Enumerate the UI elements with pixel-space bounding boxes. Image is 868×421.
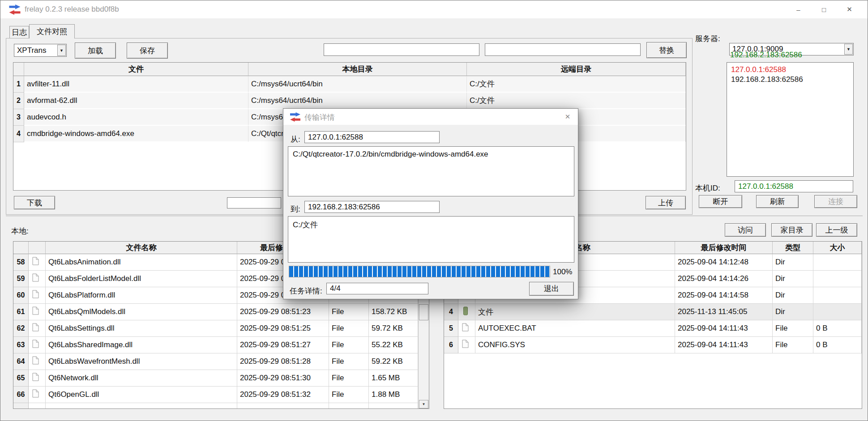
col-header-file[interactable]: 文件 [24, 63, 248, 76]
from-path-box[interactable]: C:/Qt/qtcreator-17.0.2/bin/cmdbridge-win… [288, 146, 574, 196]
col-header-type[interactable]: 类型 [773, 242, 813, 254]
load-button[interactable]: 加载 [75, 43, 116, 59]
app-logo-icon [9, 4, 21, 17]
task-detail-input[interactable] [326, 283, 428, 294]
local-id-label: 本机ID: [695, 183, 720, 193]
connect-button[interactable]: 连接 [814, 195, 857, 208]
visit-button[interactable]: 访问 [725, 223, 766, 237]
table-row[interactable]: 62 Qt6LabsSettings.dll 2025-09-29 08:51:… [13, 320, 429, 337]
from-id-input[interactable] [304, 131, 440, 143]
progress-percent: 100% [553, 268, 572, 276]
table-row[interactable]: 63 Qt6LabsSharedImage.dll 2025-09-29 08:… [13, 337, 429, 353]
file-icon [32, 306, 39, 317]
to-path-box[interactable]: C:/文件 [288, 216, 574, 263]
file-icon [32, 257, 39, 268]
dialog-title-bar: 传输详情 ✕ [283, 109, 578, 125]
col-header-local-dir[interactable]: 本地目录 [248, 63, 467, 76]
upload-button[interactable]: 上传 [646, 196, 686, 209]
table-row[interactable]: 65 Qt6Network.dll 2025-09-29 08:51:30 Fi… [13, 370, 429, 387]
disconnect-button[interactable]: 断开 [699, 195, 742, 208]
table-row[interactable]: 1 avfilter-11.dll C:/msys64/ucrt64/bin C… [13, 76, 686, 93]
close-button[interactable]: ✕ [839, 0, 859, 18]
from-label: 从: [291, 134, 300, 145]
home-dir-button[interactable]: 家目录 [771, 223, 812, 237]
col-header-mtime[interactable]: 最后修改时间 [675, 242, 773, 254]
maximize-button[interactable]: □ [814, 0, 834, 18]
exit-button[interactable]: 退出 [529, 282, 574, 296]
refresh-button[interactable]: 刷新 [756, 195, 799, 208]
scroll-down-icon[interactable]: ▼ [419, 400, 428, 408]
peer-list: 127.0.0.1:62588 192.168.2.183:62586 [727, 62, 854, 177]
app-window: frelay 0.2.3 release bbd0f8b – □ ✕ 日志 文件… [0, 0, 868, 421]
tab-log[interactable]: 日志 [9, 26, 29, 38]
queue-input[interactable] [227, 197, 281, 208]
list-item[interactable]: 127.0.0.1:62588 [727, 65, 853, 75]
up-dir-button[interactable]: 上一级 [816, 223, 857, 237]
file-icon [32, 290, 39, 301]
file-icon [32, 373, 39, 383]
file-icon [32, 340, 39, 350]
table-row[interactable]: 61 Qt6LabsQmlModels.dll 2025-09-29 08:51… [13, 304, 429, 320]
table-row[interactable]: 66 Qt6OpenGL.dll 2025-09-29 08:51:32 Fil… [13, 387, 429, 403]
file-icon [32, 389, 39, 400]
file-icon [32, 273, 39, 284]
col-header-remote-dir[interactable]: 远端目录 [467, 63, 686, 76]
title-bar: frelay 0.2.3 release bbd0f8b – □ ✕ [0, 0, 868, 18]
file-icon [462, 323, 469, 334]
chevron-down-icon[interactable]: ▼ [57, 45, 66, 56]
to-id-input[interactable] [304, 201, 440, 213]
folder-icon [463, 306, 468, 318]
scrollbar-thumb[interactable] [419, 304, 428, 320]
transfer-progress-bar [289, 266, 550, 277]
table-row[interactable] [13, 403, 429, 409]
minimize-button[interactable]: – [788, 0, 808, 18]
dialog-close-icon[interactable]: ✕ [557, 109, 578, 125]
table-row[interactable]: 2 avformat-62.dll C:/msys64/ucrt64/bin C… [13, 93, 686, 109]
profile-select[interactable]: XPTrans ▼ [14, 44, 67, 57]
dialog-title: 传输详情 [304, 112, 335, 123]
table-row-selected[interactable]: 4 文件 2025-11-13 11:45:05 Dir [444, 304, 862, 320]
connected-peer-label: 192.168.2.183:62586 [730, 51, 802, 60]
table-row[interactable]: 6 CONFIG.SYS 2025-09-04 14:11:43 File 0 … [444, 337, 862, 353]
file-icon [32, 356, 39, 367]
table-row[interactable]: 5 AUTOEXEC.BAT 2025-09-04 14:11:43 File … [444, 320, 862, 337]
file-icon [32, 323, 39, 334]
local-path-label: 本地: [11, 226, 29, 236]
chevron-down-icon[interactable]: ▼ [844, 44, 853, 55]
task-detail-label: 任务详情: [290, 286, 322, 296]
app-logo-icon [290, 112, 301, 124]
server-label: 服务器: [695, 34, 720, 44]
file-icon [462, 340, 469, 350]
window-title: frelay 0.2.3 release bbd0f8b [25, 5, 119, 14]
col-header-name[interactable]: 文件名称 [46, 242, 237, 254]
progress-fill [289, 266, 550, 277]
find-input[interactable] [324, 43, 479, 56]
download-button[interactable]: 下载 [14, 196, 55, 209]
table-row[interactable]: 64 Qt6LabsWavefrontMesh.dll 2025-09-29 0… [13, 353, 429, 370]
local-id-field[interactable]: 127.0.0.1:62588 [735, 180, 853, 192]
save-button[interactable]: 保存 [127, 43, 168, 59]
corner-header [13, 63, 24, 76]
col-header-size[interactable]: 大小 [813, 242, 862, 254]
replace-button[interactable]: 替换 [646, 42, 687, 58]
tab-file-compare[interactable]: 文件对照 [29, 24, 75, 38]
list-item[interactable]: 192.168.2.183:62586 [727, 75, 853, 85]
to-label: 到: [291, 204, 300, 214]
replace-input[interactable] [485, 43, 641, 56]
transfer-details-dialog: 传输详情 ✕ 从: C:/Qt/qtcreator-17.0.2/bin/cmd… [283, 108, 578, 299]
